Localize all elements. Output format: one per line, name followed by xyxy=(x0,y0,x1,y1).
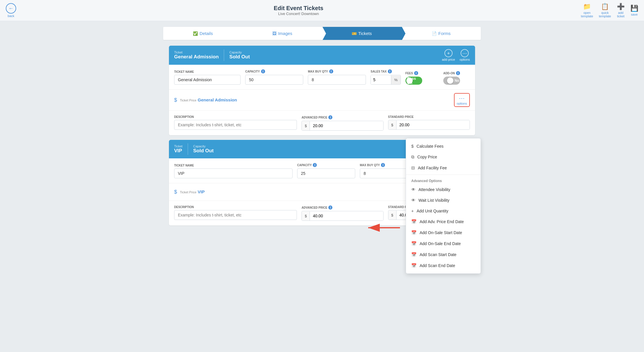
add-scan-end-date-item[interactable]: 📅 Add Scan End Date xyxy=(406,260,481,271)
add-scan-start-date-item[interactable]: 📅 Add Scan Start Date xyxy=(406,249,481,260)
details-check-icon: ✅ xyxy=(193,31,198,36)
ticket1-price-options-button[interactable]: ⋯ options xyxy=(454,93,470,107)
ticket2-divider xyxy=(188,143,188,155)
ticket1-name-field: TICKET NAME xyxy=(174,70,241,85)
ticket1-options-button[interactable]: ⋯ options xyxy=(460,49,470,61)
ticket2-name-input[interactable] xyxy=(174,168,293,178)
add-on-sale-end-date-item[interactable]: 📅 Add On-Sale End Date xyxy=(406,238,481,249)
ticket2-capacity-field: CAPACITY i xyxy=(297,163,355,178)
addon-toggle[interactable]: No xyxy=(443,77,460,85)
options-ellipsis-icon: ⋯ xyxy=(459,95,465,102)
ticket1-fields: TICKET NAME CAPACITY i MAX BUY QTY i xyxy=(169,65,475,89)
step-forms[interactable]: 📄 Forms xyxy=(401,27,481,40)
add-ticket-icon: ➕ xyxy=(617,3,625,10)
addon-info-icon[interactable]: i xyxy=(456,71,460,75)
forms-icon: 📄 xyxy=(432,31,437,36)
ticket2-dollar-icon: $ xyxy=(174,189,177,195)
ticket2-name-info: Ticket VIP xyxy=(174,144,183,154)
add-facility-fee-item[interactable]: ⊟ Add Facility Fee xyxy=(406,162,481,173)
copy-price-item[interactable]: ⧉ Copy Price xyxy=(406,151,481,162)
ticket1-adv-price-wrapper: $ xyxy=(301,121,383,131)
page-title-block: Edit Event Tickets Live Concert! Downtow… xyxy=(274,5,323,16)
adv-price-info-icon[interactable]: i xyxy=(328,115,332,119)
ticket1-std-price-input[interactable] xyxy=(397,120,470,129)
ticket1-desc-input[interactable] xyxy=(174,120,297,130)
header-actions: 📁 opentemplate 📋 quicktemplate ➕ addtick… xyxy=(581,3,638,18)
ticket1-price-header-left: $ Ticket Price General Admission xyxy=(174,97,237,103)
images-icon: 🖼 xyxy=(272,31,276,36)
ticket1-salestax-field: SALES TAX i % xyxy=(371,69,401,85)
save-icon: 💾 xyxy=(630,5,638,12)
step-details[interactable]: ✅ Details xyxy=(163,27,243,40)
calendar-icon-3: 📅 xyxy=(411,241,417,246)
step-tickets[interactable]: 🎫 Tickets xyxy=(322,27,401,40)
fees-toggle-track: Pass On xyxy=(405,77,422,85)
ticket2-adv-price-field: ADVANCED PRICE i $ xyxy=(301,205,383,221)
ticket1-std-price-wrapper: $ xyxy=(388,120,470,130)
ticket2-adv-price-input[interactable] xyxy=(310,211,383,221)
ticket2-header-left: Ticket VIP Capacity Sold Out xyxy=(174,143,214,155)
ticket2-adv-price-info-icon[interactable]: i xyxy=(328,205,332,210)
ticket2-price-info: Ticket Price VIP xyxy=(180,189,205,194)
add-price-icon: ＋ xyxy=(444,49,453,57)
add-adv-price-end-date-item[interactable]: 📅 Add Adv. Price End Date xyxy=(406,216,481,227)
facility-menu-icon: ⊟ xyxy=(411,165,415,171)
ticket1-header-left: Ticket General Admission Capacity Sold O… xyxy=(174,49,250,61)
ticket1-header-actions: ＋ add price ⋯ options xyxy=(442,49,470,61)
main-content: Ticket General Admission Capacity Sold O… xyxy=(163,46,481,242)
eye-icon-1: 👁 xyxy=(411,187,416,192)
calendar-icon-4: 📅 xyxy=(411,252,417,257)
ticket1-capacity-input[interactable] xyxy=(245,75,303,85)
folder-icon: 📁 xyxy=(583,3,591,10)
tickets-icon: 🎫 xyxy=(352,31,357,36)
salestax-info-icon[interactable]: i xyxy=(388,69,392,73)
add-unit-quantity-item[interactable]: + Add Unit Quantity xyxy=(406,205,481,216)
copy-menu-icon: ⧉ xyxy=(411,154,414,160)
ticket1-capacity-field: CAPACITY i xyxy=(245,69,303,85)
ticket1-price-header: $ Ticket Price General Admission ⋯ optio… xyxy=(169,90,475,111)
add-ticket-button[interactable]: ➕ addticket xyxy=(617,3,625,18)
add-price-button[interactable]: ＋ add price xyxy=(442,49,455,61)
ticket1-options-icon: ⋯ xyxy=(461,49,469,57)
ticket1-maxbuy-field: MAX BUY QTY i xyxy=(308,69,366,85)
save-button[interactable]: 💾 save xyxy=(630,5,638,16)
ticket2-capacity-info-icon[interactable]: i xyxy=(313,163,317,167)
step-images[interactable]: 🖼 Images xyxy=(243,27,322,40)
ticket2-capacity-input[interactable] xyxy=(297,168,355,178)
fees-info-icon[interactable]: i xyxy=(414,71,418,75)
quick-template-button[interactable]: 📋 quicktemplate xyxy=(599,3,611,18)
ticket1-adv-price-input[interactable] xyxy=(310,121,383,130)
currency-symbol: $ xyxy=(302,121,310,130)
fees-toggle[interactable]: Pass On xyxy=(405,77,422,85)
back-button[interactable]: ← back xyxy=(6,3,16,18)
page-title: Edit Event Tickets xyxy=(274,5,323,12)
ticket2-adv-price-wrapper: $ xyxy=(301,211,383,221)
calendar-icon-2: 📅 xyxy=(411,230,417,235)
attendee-visibility-item[interactable]: 👁 Attendee Visibility xyxy=(406,184,481,195)
ticket1-price-section: $ Ticket Price General Admission ⋯ optio… xyxy=(169,89,475,135)
page-header: ← back Edit Event Tickets Live Concert! … xyxy=(0,0,644,21)
ticket2-desc-input[interactable] xyxy=(174,210,297,220)
maxbuy-info-icon[interactable]: i xyxy=(329,69,333,73)
ticket1-std-price-field: STANDARD PRICE $ xyxy=(388,115,470,131)
wait-list-visibility-item[interactable]: 👁 Wait List Visibility xyxy=(406,195,481,205)
ticket2-name-field: TICKET NAME xyxy=(174,164,293,178)
capacity-info-icon[interactable]: i xyxy=(261,69,265,73)
ticket2-maxbuy-info-icon[interactable]: i xyxy=(381,163,385,167)
add-on-sale-start-date-item[interactable]: 📅 Add On-Sale Start Date xyxy=(406,227,481,238)
eye-icon-2: 👁 xyxy=(411,198,416,203)
ticket1-header: Ticket General Admission Capacity Sold O… xyxy=(169,46,475,65)
addon-toggle-wrapper: No xyxy=(443,77,470,85)
fees-toggle-wrapper: Pass On xyxy=(405,77,439,85)
calculate-fees-item[interactable]: $ Calculate Fees xyxy=(406,141,481,151)
ticket1-name-input[interactable] xyxy=(174,75,241,85)
plus-icon: + xyxy=(411,208,414,213)
percent-symbol: % xyxy=(391,75,401,84)
ticket1-maxbuy-input[interactable] xyxy=(308,75,366,85)
calendar-icon-5: 📅 xyxy=(411,263,417,268)
ticket1-salestax-input[interactable] xyxy=(371,75,391,84)
ticket1-price-fields: DESCRIPTION ADVANCED PRICE i $ xyxy=(169,111,475,135)
open-template-button[interactable]: 📁 opentemplate xyxy=(581,3,593,18)
steps-navigation: ✅ Details 🖼 Images 🎫 Tickets 📄 Forms xyxy=(163,27,481,40)
advanced-options-label: Advanced Options xyxy=(406,176,481,184)
